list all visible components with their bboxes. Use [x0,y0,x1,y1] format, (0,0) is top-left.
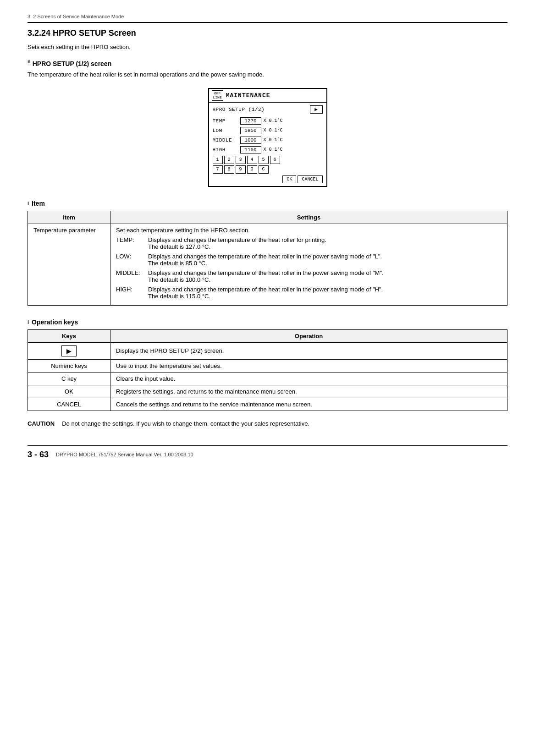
op-desc-numeric: Use to input the temperature set values. [110,359,507,372]
screen-temp-unit: X 0.1°C [264,118,283,123]
op-desc-arrow: Displays the HPRO SETUP (2/2) screen. [110,342,507,359]
numpad-row-2: 7 8 9 0 C [213,165,323,174]
table-row: Temperature parameter Set each temperatu… [28,224,507,305]
numpad-key-2[interactable]: 2 [224,156,234,164]
op-keys-arrow: ▶ [28,342,110,359]
numpad-key-1[interactable]: 1 [213,156,223,164]
setting-intro: Set each temperature setting in the HPRO… [116,227,502,234]
table-row: CANCEL Cancels the settings and returns … [28,398,507,411]
setting-key-temp: TEMP: [116,236,143,250]
operation-bullet: l [28,319,29,325]
subsection-n-description: The temperature of the heat roller is se… [28,71,507,78]
footer-manual-title: DRYPRO MODEL 751/752 Service Manual Ver.… [56,452,193,457]
section-title: 3.2.24 HPRO SETUP Screen [28,28,507,38]
table-row: OK Registers the settings, and returns t… [28,385,507,398]
screen-temp-row: TEMP 1270 X 0.1°C [213,117,323,125]
subsection-n-title: nHPRO SETUP (1/2) screen [28,59,507,67]
op-keys-numeric: Numeric keys [28,359,110,372]
setting-key-high: HIGH: [116,286,143,300]
item-col-temp-param: Temperature parameter [28,224,110,305]
setting-desc-temp: Displays and changes the temperature of … [148,236,502,250]
screen-high-row: HIGH 1150 X 0.1°C [213,146,323,153]
op-keys-ok: OK [28,385,110,398]
setting-item-low: LOW: Displays and changes the temperatur… [116,253,502,267]
screen-maintenance-title: MAINTENANCE [226,92,270,99]
item-table-header-settings: Settings [110,211,507,224]
caution-box: CAUTION Do not change the settings. If y… [28,420,507,427]
setting-key-middle: MIDDLE: [116,269,143,283]
screen-container: OFFLINE MAINTENANCE HPRO SETUP (1/2) ▶ T… [28,88,507,187]
arrow-right-icon: ▶ [66,347,72,355]
op-desc-c: Clears the input value. [110,372,507,385]
table-row: C key Clears the input value. [28,372,507,385]
setting-item-middle: MIDDLE: Displays and changes the tempera… [116,269,502,283]
numpad-key-c[interactable]: C [259,165,269,174]
screen-cancel-button[interactable]: CANCEL [298,175,322,183]
setting-desc-high: Displays and changes the temperature of … [148,286,502,300]
op-table-header-operation: Operation [110,329,507,342]
numpad-key-6[interactable]: 6 [270,156,280,164]
screen-next-button[interactable]: ▶ [310,105,323,114]
operation-table: Keys Operation ▶ Displays the HPRO SETUP… [28,329,507,411]
op-desc-ok: Registers the settings, and returns to t… [110,385,507,398]
bottom-divider [28,445,507,446]
caution-text: Do not change the settings. If you wish … [62,420,309,427]
op-keys-c: C key [28,372,110,385]
numpad-row-1: 1 2 3 4 5 6 [213,156,323,164]
numpad-key-9[interactable]: 9 [236,165,246,174]
setting-desc-middle: Displays and changes the temperature of … [148,269,502,283]
screen-offline-label: OFFLINE [212,90,223,101]
numpad-key-0[interactable]: 0 [247,165,257,174]
numpad-key-4[interactable]: 4 [247,156,257,164]
footer-page-number: 3 - 63 [28,450,49,460]
setting-desc-low: Displays and changes the temperature of … [148,253,502,267]
screen-middle-row: MIDDLE 1000 X 0.1°C [213,137,323,144]
item-table: Item Settings Temperature parameter Set … [28,211,507,306]
screen-temp-value[interactable]: 1270 [240,117,261,125]
subsection-label: n [28,59,31,64]
item-label: Item [32,200,45,207]
screen-subtitle: HPRO SETUP (1/2) [213,107,265,112]
screen-ok-button[interactable]: OK [282,175,296,183]
screen-low-value[interactable]: 0850 [240,127,261,134]
screen-high-value[interactable]: 1150 [240,146,261,153]
numpad-key-7[interactable]: 7 [213,165,223,174]
numpad-key-3[interactable]: 3 [236,156,246,164]
op-table-header-keys: Keys [28,329,110,342]
op-desc-cancel: Cancels the settings and returns to the … [110,398,507,411]
top-divider [28,22,507,23]
numpad-key-8[interactable]: 8 [224,165,234,174]
item-section-header: l Item [28,200,507,207]
screen-action-row: OK CANCEL [213,175,323,183]
screen-middle-value[interactable]: 1000 [240,137,261,144]
section-description: Sets each setting in the HPRO section. [28,44,507,50]
setting-item-high: HIGH: Displays and changes the temperatu… [116,286,502,300]
screen-low-unit: X 0.1°C [264,128,283,133]
op-keys-cancel: CANCEL [28,398,110,411]
screen-low-row: LOW 0850 X 0.1°C [213,127,323,134]
next-icon-cell: ▶ [33,345,105,356]
screen-low-label: LOW [213,128,240,133]
screen-middle-label: MIDDLE [213,137,240,143]
footer: 3 - 63 DRYPRO MODEL 751/752 Service Manu… [28,450,507,460]
setting-item-temp: TEMP: Displays and changes the temperatu… [116,236,502,250]
screen-header: OFFLINE MAINTENANCE [209,89,326,103]
screen-mockup: OFFLINE MAINTENANCE HPRO SETUP (1/2) ▶ T… [208,88,327,187]
caution-label: CAUTION [28,420,55,427]
next-icon-box: ▶ [61,345,77,356]
numpad-key-5[interactable]: 5 [259,156,269,164]
screen-subtitle-row: HPRO SETUP (1/2) ▶ [213,105,323,114]
settings-group: Set each temperature setting in the HPRO… [116,227,502,300]
item-table-header-item: Item [28,211,110,224]
screen-middle-unit: X 0.1°C [264,137,283,142]
screen-high-label: HIGH [213,147,240,153]
item-bullet: l [28,201,29,206]
settings-col-temp-param: Set each temperature setting in the HPRO… [110,224,507,305]
top-note: 3. 2 Screens of Service Maintenance Mode [28,14,507,19]
screen-body: HPRO SETUP (1/2) ▶ TEMP 1270 X 0.1°C LOW… [209,103,326,186]
operation-label: Operation keys [32,318,78,326]
table-row: Numeric keys Use to input the temperatur… [28,359,507,372]
screen-temp-label: TEMP [213,118,240,124]
setting-key-low: LOW: [116,253,143,267]
table-row: ▶ Displays the HPRO SETUP (2/2) screen. [28,342,507,359]
